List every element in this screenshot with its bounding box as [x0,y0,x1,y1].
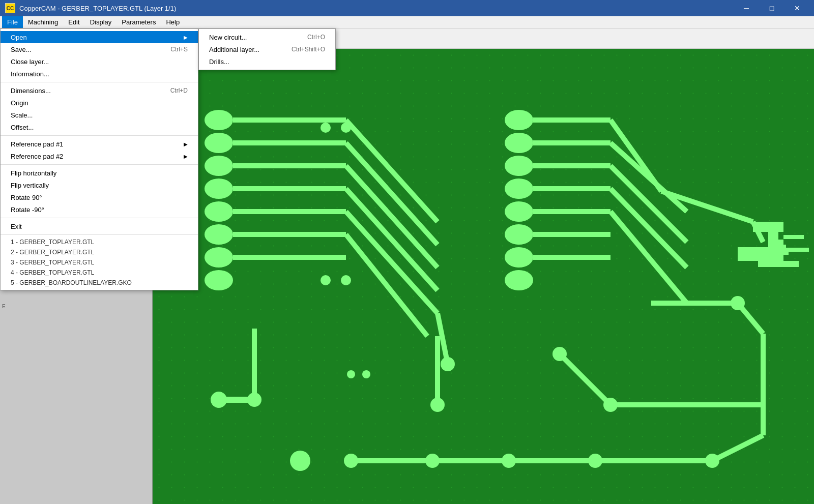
svg-point-55 [341,275,351,285]
menu-rotate-90[interactable]: Rotate 90° [1,191,198,203]
svg-point-63 [505,270,533,290]
left-label-e-bot: E [2,304,6,309]
pcb-view [153,49,814,504]
menu-flip-h[interactable]: Flip horizontally [1,167,198,179]
ref-pad1-arrow: ▶ [184,141,188,147]
menu-open[interactable]: Open ▶ [1,31,198,43]
menu-sep-5 [1,234,198,235]
menu-item-edit[interactable]: Edit [63,16,84,28]
ref-pad2-arrow: ▶ [184,154,188,159]
minimize-button[interactable]: ─ [735,0,758,16]
svg-point-62 [505,247,533,268]
recent-file-5[interactable]: 5 - GERBER_BOARDOUTLINELAYER.GKO [1,278,198,288]
menu-bar: File Machining Edit Display Parameters H… [0,16,814,28]
svg-point-28 [205,133,233,153]
app-icon: CC [5,3,15,13]
recent-file-3[interactable]: 3 - GERBER_TOPLAYER.GTL [1,257,198,268]
window-title: CopperCAM - GERBER_TOPLAYER.GTL (Layer 1… [19,5,176,12]
menu-ref-pad-2[interactable]: Reference pad #2 ▶ [1,150,198,162]
svg-point-56 [505,110,533,130]
svg-point-98 [290,451,310,471]
svg-point-59 [505,179,533,199]
menu-sep-4 [1,218,198,218]
svg-point-97 [430,398,445,412]
svg-point-95 [553,347,567,361]
menu-item-file[interactable]: File [2,16,23,28]
svg-point-54 [321,275,331,285]
maximize-button[interactable]: □ [760,0,783,16]
menu-item-help[interactable]: Help [161,16,185,28]
menu-dimensions[interactable]: Dimensions... Ctrl+D [1,84,198,97]
menu-rotate-n90[interactable]: Rotate -90° [1,203,198,216]
title-bar: CC CopperCAM - GERBER_TOPLAYER.GTL (Laye… [0,0,814,16]
svg-rect-78 [768,240,783,245]
svg-point-34 [205,270,233,290]
svg-rect-85 [758,261,799,267]
svg-point-27 [205,110,233,130]
menu-scale[interactable]: Scale... [1,109,198,121]
menu-ref-pad-1[interactable]: Reference pad #1 ▶ [1,138,198,150]
menu-save[interactable]: Save... Ctrl+S [1,43,198,55]
svg-point-53 [341,123,351,133]
menu-sep-3 [1,164,198,165]
submenu-additional-layer[interactable]: Additional layer... Ctrl+Shift+O [199,43,335,55]
window-controls: ─ □ ✕ [735,0,809,16]
svg-point-60 [505,201,533,222]
svg-point-52 [321,123,331,133]
menu-item-machining[interactable]: Machining [23,16,63,28]
recent-file-2[interactable]: 2 - GERBER_TOPLAYER.GTL [1,247,198,257]
menu-item-parameters[interactable]: Parameters [117,16,161,28]
menu-sep-1 [1,82,198,82]
svg-rect-84 [738,255,783,261]
svg-point-112 [347,370,355,378]
menu-flip-v[interactable]: Flip vertically [1,179,198,191]
submenu-drills[interactable]: Drills... [199,55,335,68]
open-arrow: ▶ [184,35,188,40]
svg-point-29 [205,156,233,176]
menu-offset[interactable]: Offset... [1,121,198,133]
menu-item-display[interactable]: Display [85,16,117,28]
pcb-canvas[interactable] [153,49,814,504]
svg-rect-26 [153,49,814,504]
svg-rect-83 [738,247,778,255]
svg-point-61 [505,224,533,245]
file-menu-dropdown: Open ▶ Save... Ctrl+S Close layer... Inf… [0,28,198,290]
open-submenu: New circuit... Ctrl+O Additional layer..… [198,28,336,70]
svg-point-111 [441,357,455,371]
menu-origin[interactable]: Origin [1,97,198,109]
svg-point-31 [205,201,233,222]
svg-point-49 [211,392,227,408]
recent-file-1[interactable]: 1 - GERBER_TOPLAYER.GTL [1,237,198,247]
close-button[interactable]: ✕ [786,0,809,16]
menu-information[interactable]: Information... [1,68,198,80]
menu-exit[interactable]: Exit [1,220,198,232]
svg-point-32 [205,224,233,245]
svg-point-30 [205,179,233,199]
recent-file-4[interactable]: 4 - GERBER_TOPLAYER.GTL [1,268,198,278]
svg-point-113 [362,370,370,378]
submenu-new-circuit[interactable]: New circuit... Ctrl+O [199,31,335,43]
menu-sep-2 [1,135,198,136]
svg-point-33 [205,247,233,268]
menu-close-layer[interactable]: Close layer... [1,55,198,68]
svg-point-57 [505,133,533,153]
svg-point-58 [505,156,533,176]
svg-rect-77 [768,232,778,240]
